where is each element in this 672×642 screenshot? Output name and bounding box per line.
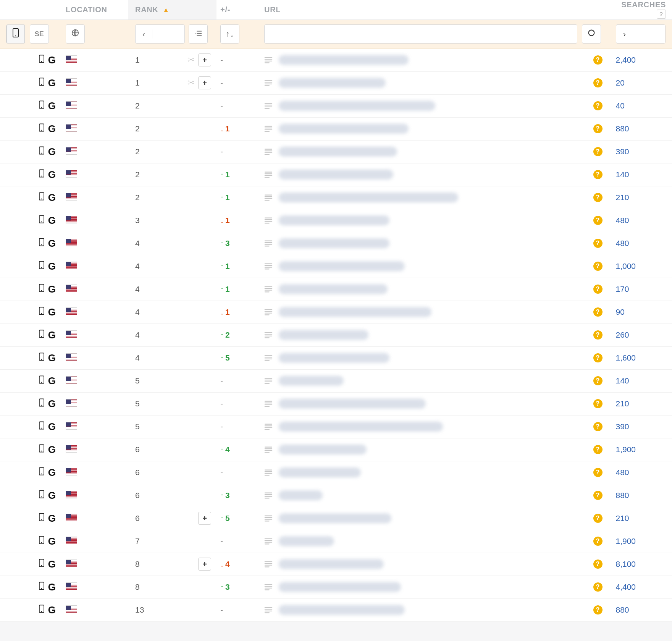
searches-value[interactable]: 4,400 (616, 582, 636, 591)
add-button[interactable]: + (198, 76, 211, 89)
serp-preview-icon[interactable] (264, 354, 273, 362)
serp-preview-icon[interactable] (264, 125, 273, 133)
searches-value[interactable]: 1,600 (616, 353, 636, 362)
serp-preview-icon[interactable] (264, 583, 273, 591)
serp-preview-icon[interactable] (264, 148, 273, 155)
searches-value[interactable]: 2,400 (616, 55, 636, 64)
rank-filter-input[interactable]: ‹ (135, 24, 185, 44)
table-row[interactable]: G6↑3?880 (0, 484, 672, 507)
info-warning-icon[interactable]: ? (593, 353, 603, 362)
info-warning-icon[interactable]: ? (593, 514, 603, 523)
location-filter-button[interactable] (66, 24, 85, 44)
searches-value[interactable]: 880 (616, 491, 629, 500)
table-row[interactable]: G4↑1?1,000 (0, 255, 672, 278)
serp-preview-icon[interactable] (264, 492, 273, 499)
table-row[interactable]: G5-?140 (0, 369, 672, 392)
info-warning-icon[interactable]: ? (593, 582, 603, 592)
searches-value[interactable]: 140 (616, 170, 629, 179)
table-row[interactable]: G2-?390 (0, 140, 672, 163)
table-row[interactable]: G1✂+-?20 (0, 71, 672, 94)
info-warning-icon[interactable]: ? (593, 285, 603, 294)
searches-value[interactable]: 20 (616, 78, 625, 87)
table-row[interactable]: G2↓1?880 (0, 117, 672, 140)
add-button[interactable]: + (198, 558, 211, 571)
searches-value[interactable]: 880 (616, 605, 629, 614)
add-button[interactable]: + (198, 512, 211, 525)
info-warning-icon[interactable]: ? (593, 307, 603, 317)
col-header-searches[interactable]: SEARCHES ? (608, 0, 672, 19)
scissors-icon[interactable]: ✂ (187, 55, 194, 65)
searches-value[interactable]: 210 (616, 514, 629, 522)
info-warning-icon[interactable]: ? (593, 491, 603, 500)
serp-preview-icon[interactable] (264, 514, 273, 522)
table-row[interactable]: G6+↑5?210 (0, 507, 672, 530)
serp-preview-icon[interactable] (264, 469, 273, 476)
serp-preview-icon[interactable] (264, 102, 273, 110)
info-warning-icon[interactable]: ? (593, 124, 603, 133)
searches-value[interactable]: 210 (616, 399, 629, 408)
info-warning-icon[interactable]: ? (593, 376, 603, 385)
info-warning-icon[interactable]: ? (593, 216, 603, 225)
serp-preview-icon[interactable] (264, 377, 273, 385)
serp-preview-icon[interactable] (264, 285, 273, 293)
serp-preview-icon[interactable] (264, 79, 273, 87)
info-warning-icon[interactable]: ? (593, 78, 603, 87)
serp-preview-icon[interactable] (264, 56, 273, 64)
info-warning-icon[interactable]: ? (593, 422, 603, 431)
info-warning-icon[interactable]: ? (593, 560, 603, 569)
table-row[interactable]: G1✂+-?2,400 (0, 49, 672, 71)
searches-value[interactable]: 480 (616, 216, 629, 225)
searches-filter-input[interactable]: › (616, 24, 666, 44)
serp-preview-icon[interactable] (264, 262, 273, 270)
help-icon[interactable]: ? (657, 10, 666, 19)
table-row[interactable]: G5-?390 (0, 415, 672, 438)
serp-preview-icon[interactable] (264, 171, 273, 178)
table-row[interactable]: G7-?1,900 (0, 530, 672, 553)
searches-value[interactable]: 480 (616, 468, 629, 477)
searches-value[interactable]: 8,100 (616, 560, 636, 568)
serp-preview-icon[interactable] (264, 194, 273, 201)
url-filter-button[interactable] (582, 24, 601, 44)
serp-preview-icon[interactable] (264, 537, 273, 545)
search-engine-filter-button[interactable]: SE (30, 24, 49, 44)
info-warning-icon[interactable]: ? (593, 55, 603, 65)
add-button[interactable]: + (198, 53, 211, 66)
col-header-change[interactable]: +/- (216, 0, 260, 19)
table-row[interactable]: G2↑1?140 (0, 163, 672, 186)
serp-preview-icon[interactable] (264, 606, 273, 614)
info-warning-icon[interactable]: ? (593, 147, 603, 156)
info-warning-icon[interactable]: ? (593, 537, 603, 546)
info-warning-icon[interactable]: ? (593, 399, 603, 408)
change-filter-button[interactable]: ↑↓ (220, 24, 239, 44)
table-row[interactable]: G6-?480 (0, 461, 672, 484)
searches-value[interactable]: 90 (616, 307, 625, 316)
table-row[interactable]: G8+↓4?8,100 (0, 553, 672, 576)
col-header-rank[interactable]: RANK ▲ (128, 0, 216, 19)
serp-preview-icon[interactable] (264, 308, 273, 316)
table-row[interactable]: G4↑3?480 (0, 232, 672, 255)
searches-value[interactable]: 390 (616, 147, 629, 156)
searches-value[interactable]: 170 (616, 285, 629, 293)
table-row[interactable]: G3↓1?480 (0, 209, 672, 232)
chevron-right-icon[interactable]: › (616, 29, 633, 39)
searches-value[interactable]: 880 (616, 124, 629, 133)
searches-value[interactable]: 210 (616, 193, 629, 202)
device-mobile-filter-button[interactable] (6, 24, 25, 44)
info-warning-icon[interactable]: ? (593, 193, 603, 202)
serp-preview-icon[interactable] (264, 217, 273, 224)
chevron-left-icon[interactable]: ‹ (136, 29, 152, 39)
info-warning-icon[interactable]: ? (593, 239, 603, 248)
searches-value[interactable]: 480 (616, 239, 629, 247)
table-row[interactable]: G2-?40 (0, 94, 672, 117)
col-header-url[interactable]: URL (260, 0, 608, 19)
searches-value[interactable]: 260 (616, 330, 629, 339)
table-row[interactable]: G4↑1?170 (0, 278, 672, 301)
col-header-location[interactable]: LOCATION (60, 0, 128, 19)
info-warning-icon[interactable]: ? (593, 330, 603, 340)
url-search-input[interactable] (264, 24, 577, 44)
info-warning-icon[interactable]: ? (593, 101, 603, 110)
info-warning-icon[interactable]: ? (593, 605, 603, 615)
info-warning-icon[interactable]: ? (593, 468, 603, 477)
table-row[interactable]: G4↑5?1,600 (0, 346, 672, 369)
info-warning-icon[interactable]: ? (593, 445, 603, 454)
